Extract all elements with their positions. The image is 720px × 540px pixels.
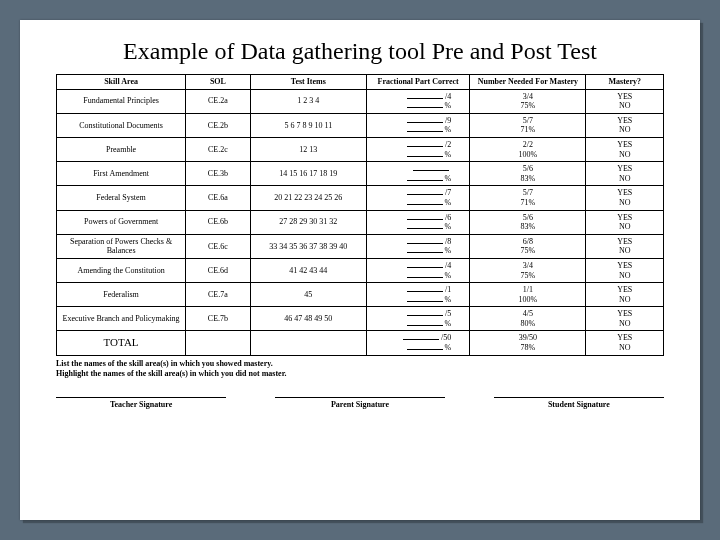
header-needed: Number Needed For Mastery	[470, 75, 586, 90]
sol-cell: CE.2c	[186, 137, 251, 161]
frac-cell: /6%	[366, 210, 469, 234]
instruction-line-1: List the names of the skill area(s) in w…	[56, 359, 664, 369]
total-row: TOTAL/50%39/5078%YESNO	[57, 331, 664, 355]
mastery-cell: YESNO	[586, 283, 664, 307]
needed-cell: 3/475%	[470, 89, 586, 113]
table-row: Fundamental PrinciplesCE.2a1 2 3 4/4%3/4…	[57, 89, 664, 113]
sol-cell: CE.3b	[186, 162, 251, 186]
skill-cell: Executive Branch and Policymaking	[57, 307, 186, 331]
header-mastery: Mastery?	[586, 75, 664, 90]
mastery-cell: YESNO	[586, 210, 664, 234]
mastery-cell: YESNO	[586, 186, 664, 210]
frac-cell: /9%	[366, 113, 469, 137]
skill-cell: Powers of Government	[57, 210, 186, 234]
frac-cell: %	[366, 162, 469, 186]
sol-cell: CE.6c	[186, 234, 251, 258]
student-signature: Student Signature	[494, 398, 664, 412]
items-cell: 12 13	[250, 137, 366, 161]
frac-cell: /4%	[366, 89, 469, 113]
header-sol: SOL	[186, 75, 251, 90]
table-row: Separation of Powers Checks & BalancesCE…	[57, 234, 664, 258]
table-row: FederalismCE.7a45/1%1/1100%YESNO	[57, 283, 664, 307]
skill-cell: Constitutional Documents	[57, 113, 186, 137]
needed-cell: 5/683%	[470, 162, 586, 186]
mastery-cell: YESNO	[586, 234, 664, 258]
table-row: Amending the ConstitutionCE.6d41 42 43 4…	[57, 258, 664, 282]
needed-cell: 3/475%	[470, 258, 586, 282]
total-frac: /50%	[366, 331, 469, 355]
table-row: Federal SystemCE.6a20 21 22 23 24 25 26/…	[57, 186, 664, 210]
needed-cell: 1/1100%	[470, 283, 586, 307]
instruction-line-2: Highlight the names of the skill area(s)…	[56, 369, 664, 379]
items-cell: 27 28 29 30 31 32	[250, 210, 366, 234]
needed-cell: 5/771%	[470, 113, 586, 137]
needed-cell: 5/771%	[470, 186, 586, 210]
items-cell: 1 2 3 4	[250, 89, 366, 113]
slide-title: Example of Data gathering tool Pre and P…	[56, 36, 664, 66]
sol-cell: CE.2a	[186, 89, 251, 113]
header-row: Skill Area SOL Test Items Fractional Par…	[57, 75, 664, 90]
skill-cell: First Amendment	[57, 162, 186, 186]
mastery-cell: YESNO	[586, 162, 664, 186]
frac-cell: /7%	[366, 186, 469, 210]
signature-row: Teacher Signature Parent Signature Stude…	[56, 397, 664, 412]
items-cell: 45	[250, 283, 366, 307]
frac-cell: /5%	[366, 307, 469, 331]
total-label: TOTAL	[57, 331, 186, 355]
frac-cell: /4%	[366, 258, 469, 282]
table-row: PreambleCE.2c12 13/2%2/2100%YESNO	[57, 137, 664, 161]
skill-cell: Preamble	[57, 137, 186, 161]
total-mastery: YESNO	[586, 331, 664, 355]
items-cell: 5 6 7 8 9 10 11	[250, 113, 366, 137]
sol-cell: CE.7a	[186, 283, 251, 307]
header-skill: Skill Area	[57, 75, 186, 90]
needed-cell: 6/875%	[470, 234, 586, 258]
items-cell: 41 42 43 44	[250, 258, 366, 282]
items-cell: 14 15 16 17 18 19	[250, 162, 366, 186]
needed-cell: 2/2100%	[470, 137, 586, 161]
frac-cell: /2%	[366, 137, 469, 161]
sol-cell: CE.7b	[186, 307, 251, 331]
table-row: Executive Branch and PolicymakingCE.7b46…	[57, 307, 664, 331]
sol-cell: CE.6d	[186, 258, 251, 282]
frac-cell: /1%	[366, 283, 469, 307]
mastery-cell: YESNO	[586, 307, 664, 331]
sol-cell: CE.6a	[186, 186, 251, 210]
mastery-cell: YESNO	[586, 113, 664, 137]
sol-cell: CE.6b	[186, 210, 251, 234]
teacher-signature: Teacher Signature	[56, 398, 226, 412]
header-items: Test Items	[250, 75, 366, 90]
mastery-cell: YESNO	[586, 137, 664, 161]
skill-cell: Amending the Constitution	[57, 258, 186, 282]
slide: Example of Data gathering tool Pre and P…	[20, 20, 700, 520]
header-frac: Fractional Part Correct	[366, 75, 469, 90]
needed-cell: 5/683%	[470, 210, 586, 234]
table-row: First AmendmentCE.3b14 15 16 17 18 19%5/…	[57, 162, 664, 186]
table-row: Constitutional DocumentsCE.2b5 6 7 8 9 1…	[57, 113, 664, 137]
parent-signature: Parent Signature	[275, 398, 445, 412]
sol-cell: CE.2b	[186, 113, 251, 137]
items-cell: 46 47 48 49 50	[250, 307, 366, 331]
skill-cell: Federalism	[57, 283, 186, 307]
table-row: Powers of GovernmentCE.6b27 28 29 30 31 …	[57, 210, 664, 234]
items-cell: 20 21 22 23 24 25 26	[250, 186, 366, 210]
instructions: List the names of the skill area(s) in w…	[56, 359, 664, 380]
skill-cell: Separation of Powers Checks & Balances	[57, 234, 186, 258]
skill-cell: Federal System	[57, 186, 186, 210]
items-cell: 33 34 35 36 37 38 39 40	[250, 234, 366, 258]
frac-cell: /8%	[366, 234, 469, 258]
total-needed: 39/5078%	[470, 331, 586, 355]
needed-cell: 4/580%	[470, 307, 586, 331]
mastery-cell: YESNO	[586, 258, 664, 282]
skill-cell: Fundamental Principles	[57, 89, 186, 113]
mastery-cell: YESNO	[586, 89, 664, 113]
assessment-table: Skill Area SOL Test Items Fractional Par…	[56, 74, 664, 356]
